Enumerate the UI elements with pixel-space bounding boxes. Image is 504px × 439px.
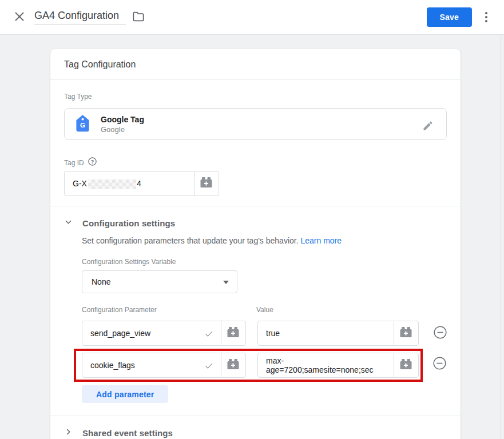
tag-type-name: Google Tag	[101, 115, 144, 124]
close-icon	[14, 11, 25, 24]
top-bar: GA4 Configuration Save	[0, 0, 504, 35]
tag-id-label: Tag ID	[64, 159, 84, 167]
valid-check-icon	[204, 329, 213, 340]
chevron-down-icon	[64, 218, 73, 229]
learn-more-link[interactable]: Learn more	[300, 236, 342, 245]
redacted-tag-id	[88, 179, 136, 189]
parameter-name-input[interactable]: cookie_flags	[82, 353, 221, 378]
pencil-icon	[422, 120, 434, 133]
tag-id-value-prefix: G-X	[73, 179, 87, 188]
parameter-value-text: true	[266, 329, 280, 338]
svg-text:?: ?	[90, 159, 93, 165]
minus-circle-icon	[434, 326, 447, 341]
tag-name-field[interactable]: GA4 Configuration	[34, 10, 126, 25]
settings-variable-label: Configuration Settings Variable	[82, 258, 447, 266]
variable-brick-icon	[400, 359, 412, 372]
tag-id-input[interactable]: G-X4	[64, 171, 195, 196]
parameter-value-input[interactable]: true	[257, 321, 394, 346]
tag-type-text: Google Tag Google	[101, 115, 144, 134]
shared-event-settings-title: Shared event settings	[82, 428, 173, 438]
tag-id-variable-picker-button[interactable]	[194, 171, 219, 196]
parameter-variable-picker-button[interactable]	[221, 321, 246, 346]
tag-configuration-card: Tag Configuration Tag Type G Google Tag …	[50, 49, 461, 439]
configuration-settings-header[interactable]: Configuration settings	[64, 206, 447, 229]
edit-tag-type-button[interactable]	[418, 116, 438, 137]
parameter-variable-picker-button[interactable]	[221, 353, 246, 378]
scrollbar-track[interactable]	[500, 35, 504, 439]
main-area: Tag Configuration Tag Type G Google Tag …	[0, 35, 504, 439]
configuration-settings-description: Set configuration parameters that update…	[82, 236, 299, 245]
parameter-name-text: send_page_view	[90, 329, 150, 338]
parameter-name-input[interactable]: send_page_view	[82, 321, 221, 346]
kebab-icon	[485, 12, 487, 22]
settings-variable-value: None	[92, 277, 110, 286]
help-icon[interactable]: ?	[88, 157, 97, 168]
variable-brick-icon	[200, 177, 213, 190]
google-tag-icon: G	[75, 114, 90, 134]
parameter-value-input[interactable]: max-age=7200;samesite=none;sec	[257, 353, 394, 378]
parameter-row: send_page_view tru	[82, 321, 447, 346]
save-button[interactable]: Save	[427, 7, 473, 27]
svg-text:G: G	[80, 121, 85, 128]
settings-variable-dropdown[interactable]: None	[82, 270, 237, 293]
red-highlight-annotation: cookie_flags	[74, 349, 423, 382]
parameter-name-text: cookie_flags	[90, 361, 135, 370]
dropdown-caret-icon	[223, 281, 229, 284]
remove-row-button[interactable]	[433, 323, 447, 344]
parameter-row: cookie_flags	[82, 346, 447, 382]
variable-brick-icon	[400, 327, 412, 340]
folder-button[interactable]	[128, 7, 149, 27]
valid-check-icon	[204, 361, 213, 372]
remove-row-button[interactable]	[432, 354, 447, 374]
overflow-menu-button[interactable]	[478, 7, 495, 27]
configuration-settings-title: Configuration settings	[82, 218, 175, 228]
minus-circle-icon	[433, 357, 446, 372]
parameter-column-header: Configuration Parameter	[82, 306, 256, 314]
close-button[interactable]	[9, 7, 30, 27]
tag-type-label: Tag Type	[64, 93, 447, 101]
tag-name-text: GA4 Configuration	[34, 10, 119, 21]
chevron-right-icon	[64, 428, 73, 438]
folder-icon	[132, 11, 145, 24]
card-title: Tag Configuration	[50, 49, 461, 79]
shared-event-settings-header[interactable]: Shared event settings	[64, 416, 447, 439]
tag-type-vendor: Google	[101, 125, 144, 134]
add-parameter-button[interactable]: Add parameter	[82, 385, 168, 403]
value-variable-picker-button[interactable]	[394, 321, 419, 346]
parameter-value-text: max-age=7200;samesite=none;sec	[266, 356, 386, 374]
variable-brick-icon	[227, 327, 240, 340]
value-column-header: Value	[256, 306, 273, 314]
tag-id-value-suffix: 4	[137, 179, 141, 188]
value-variable-picker-button[interactable]	[394, 353, 419, 378]
tag-type-box[interactable]: G Google Tag Google	[64, 108, 447, 140]
variable-brick-icon	[227, 359, 240, 372]
